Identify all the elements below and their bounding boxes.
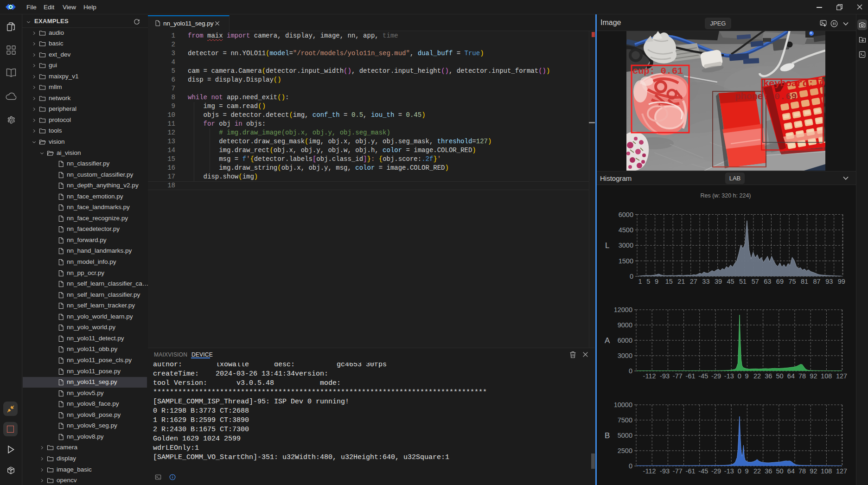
svg-text:L: L bbox=[605, 241, 609, 250]
svg-text:36: 36 bbox=[765, 467, 772, 475]
svg-text:1: 1 bbox=[638, 278, 642, 285]
svg-text:108: 108 bbox=[821, 372, 832, 380]
svg-text:75: 75 bbox=[788, 278, 796, 285]
svg-text:-61: -61 bbox=[686, 467, 696, 475]
svg-text:-45: -45 bbox=[698, 372, 708, 380]
svg-text:keyboard: 0: keyboard: 0 bbox=[763, 78, 825, 89]
svg-text:64: 64 bbox=[787, 372, 795, 380]
svg-text:50: 50 bbox=[776, 372, 784, 380]
svg-text:57: 57 bbox=[752, 278, 759, 285]
svg-text:6000: 6000 bbox=[619, 211, 633, 218]
svg-text:108: 108 bbox=[821, 467, 832, 475]
svg-text:93: 93 bbox=[825, 278, 833, 285]
svg-text:9: 9 bbox=[745, 467, 748, 475]
svg-text:5000: 5000 bbox=[618, 432, 632, 439]
svg-text:Res (w: 320 h: 224): Res (w: 320 h: 224) bbox=[700, 192, 751, 199]
svg-text:9: 9 bbox=[655, 278, 658, 285]
svg-text:10000: 10000 bbox=[614, 401, 632, 408]
svg-text:9000: 9000 bbox=[618, 321, 632, 329]
svg-text:50: 50 bbox=[776, 467, 784, 475]
svg-text:phone: 0.69: phone: 0.69 bbox=[735, 91, 797, 102]
svg-text:A: A bbox=[605, 336, 610, 345]
svg-text:-93: -93 bbox=[660, 467, 670, 475]
svg-text:-61: -61 bbox=[686, 372, 696, 380]
svg-text:15: 15 bbox=[665, 278, 673, 285]
svg-text:92: 92 bbox=[810, 372, 817, 380]
svg-text:0: 0 bbox=[630, 273, 633, 280]
svg-text:92: 92 bbox=[810, 467, 817, 475]
svg-text:0: 0 bbox=[629, 462, 632, 470]
svg-text:78: 78 bbox=[798, 372, 806, 380]
svg-text:-112: -112 bbox=[643, 467, 656, 475]
svg-text:-45: -45 bbox=[698, 467, 708, 475]
svg-text:0: 0 bbox=[738, 467, 741, 475]
svg-text:21: 21 bbox=[677, 278, 685, 285]
svg-text:27: 27 bbox=[690, 278, 697, 285]
svg-text:63: 63 bbox=[764, 278, 771, 285]
svg-text:-77: -77 bbox=[673, 467, 683, 475]
svg-text:-29: -29 bbox=[711, 467, 721, 475]
svg-text:7500: 7500 bbox=[618, 416, 632, 424]
svg-text:22: 22 bbox=[753, 467, 761, 475]
svg-text:-29: -29 bbox=[711, 372, 721, 380]
svg-text:3000: 3000 bbox=[618, 352, 632, 359]
svg-text:2500: 2500 bbox=[618, 447, 632, 454]
svg-text:39: 39 bbox=[715, 278, 722, 285]
svg-text:3000: 3000 bbox=[619, 242, 633, 249]
svg-text:0: 0 bbox=[738, 372, 741, 380]
svg-text:45: 45 bbox=[727, 278, 734, 285]
svg-text:5: 5 bbox=[646, 278, 650, 285]
svg-text:33: 33 bbox=[702, 278, 709, 285]
svg-text:1500: 1500 bbox=[619, 257, 633, 265]
svg-text:78: 78 bbox=[798, 467, 806, 475]
svg-text:51: 51 bbox=[739, 278, 747, 285]
svg-text:64: 64 bbox=[787, 467, 795, 475]
svg-text:B: B bbox=[605, 431, 610, 440]
svg-text:cup: 0.61: cup: 0.61 bbox=[632, 66, 683, 77]
svg-text:-77: -77 bbox=[673, 372, 683, 380]
svg-text:-13: -13 bbox=[724, 467, 734, 475]
svg-text:127: 127 bbox=[836, 372, 847, 380]
svg-text:87: 87 bbox=[813, 278, 821, 285]
svg-text:127: 127 bbox=[836, 467, 847, 475]
svg-text:-13: -13 bbox=[724, 372, 734, 380]
svg-text:9: 9 bbox=[745, 372, 748, 380]
svg-text:4500: 4500 bbox=[619, 226, 633, 234]
svg-text:6000: 6000 bbox=[618, 337, 632, 344]
svg-text:81: 81 bbox=[801, 278, 808, 285]
svg-text:-93: -93 bbox=[660, 372, 670, 380]
svg-text:69: 69 bbox=[776, 278, 784, 285]
svg-text:12000: 12000 bbox=[614, 306, 632, 313]
svg-text:36: 36 bbox=[765, 372, 772, 380]
svg-text:0: 0 bbox=[629, 367, 632, 375]
svg-text:99: 99 bbox=[838, 278, 845, 285]
svg-text:-112: -112 bbox=[643, 372, 656, 380]
svg-text:22: 22 bbox=[753, 372, 761, 380]
